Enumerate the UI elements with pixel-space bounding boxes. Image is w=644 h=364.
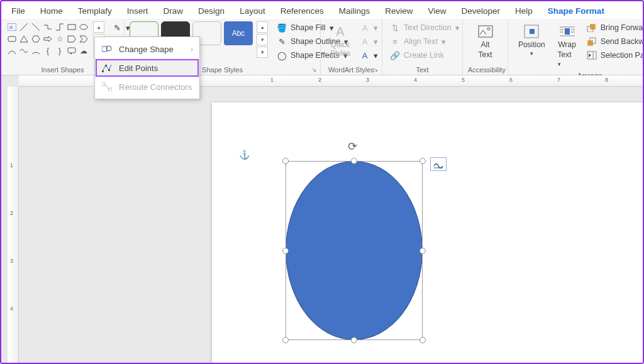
create-link-button: 🔗Create Link — [387, 49, 462, 62]
svg-text:A: A — [9, 25, 13, 30]
alt-text-icon — [477, 24, 494, 39]
tab-view[interactable]: View — [421, 3, 454, 19]
create-link-label: Create Link — [404, 51, 444, 60]
document-workspace[interactable]: 1 2 3 4 ⚓ ⟳ — [1, 87, 643, 363]
ruler-h-tick: 7 — [557, 77, 560, 83]
shape-hexagon-icon[interactable] — [30, 33, 42, 45]
shape-elbow-icon[interactable] — [54, 21, 65, 33]
shape-styles-launcher-icon[interactable]: ↘ — [311, 66, 319, 74]
shape-star-icon[interactable]: ☆ — [54, 33, 65, 45]
wrap-text-label1: Wrap — [558, 40, 575, 49]
svg-marker-40 — [589, 53, 591, 57]
tab-layout[interactable]: Layout — [232, 3, 273, 19]
tab-draw[interactable]: Draw — [156, 3, 191, 19]
selection-bounding-box — [286, 161, 423, 340]
anchor-icon[interactable]: ⚓ — [239, 150, 250, 160]
wrap-text-label2: Text — [558, 50, 572, 59]
text-direction-button: ⇅Text Direction ▾ — [387, 21, 462, 34]
alt-text-button[interactable]: Alt Text — [471, 21, 500, 62]
layout-options-button[interactable] — [430, 157, 447, 171]
position-label: Position — [518, 40, 545, 49]
styles-gallery-up-icon[interactable]: ▴ — [257, 21, 268, 33]
shape-rect-icon[interactable] — [66, 21, 77, 33]
gallery-up-icon[interactable]: ▴ — [93, 21, 104, 33]
bring-forward-icon — [587, 23, 597, 33]
resize-handle-ne[interactable] — [419, 158, 426, 164]
tab-references[interactable]: References — [273, 3, 331, 19]
resize-handle-w[interactable] — [282, 248, 289, 254]
shape-roundrect-icon[interactable] — [6, 33, 18, 45]
selection-pane-icon — [587, 50, 597, 60]
styles-gallery-down-icon[interactable]: ▾ — [257, 34, 268, 45]
tab-home[interactable]: Home — [33, 3, 70, 19]
resize-handle-n[interactable] — [351, 158, 357, 164]
svg-rect-12 — [68, 48, 75, 53]
resize-handle-sw[interactable] — [282, 337, 289, 343]
change-shape-item[interactable]: Change Shape › — [95, 40, 199, 58]
edit-shape-dropdown: Change Shape › Edit Points Reroute Conne… — [94, 36, 200, 99]
shape-bracket2-icon[interactable]: } — [54, 45, 65, 57]
align-text-label: Align Text — [404, 37, 438, 46]
bring-forward-button[interactable]: Bring Forward ▾ — [584, 21, 644, 34]
text-effects-icon: A — [360, 50, 370, 60]
tab-file[interactable]: File — [4, 3, 33, 19]
shape-oval-icon[interactable] — [78, 21, 89, 33]
selection-pane-button[interactable]: Selection Pane — [584, 49, 644, 62]
shape-chevron-icon[interactable] — [78, 33, 89, 45]
wordart-launcher-icon[interactable]: ↘ — [373, 66, 380, 74]
shape-curve-icon[interactable] — [6, 45, 18, 57]
tab-insert[interactable]: Insert — [119, 3, 156, 19]
shape-cloud-icon[interactable]: ☁ — [78, 45, 89, 57]
tab-design[interactable]: Design — [191, 3, 232, 19]
rotate-handle-icon[interactable]: ⟳ — [348, 140, 360, 152]
document-page[interactable] — [212, 102, 644, 364]
group-label-accessibility: Accessibility — [468, 66, 502, 74]
shape-arc-icon[interactable] — [30, 45, 42, 57]
resize-handle-se[interactable] — [419, 337, 426, 343]
position-button[interactable]: Position▾ — [513, 21, 550, 59]
shape-line2-icon[interactable] — [30, 21, 42, 33]
edit-shape-icon: ✎ — [112, 23, 122, 33]
shape-connector-icon[interactable] — [42, 21, 53, 33]
resize-handle-nw[interactable] — [282, 158, 289, 164]
shape-bracket-icon[interactable]: { — [42, 45, 53, 57]
resize-handle-e[interactable] — [419, 248, 426, 254]
svg-marker-13 — [70, 53, 72, 55]
shape-curve2-icon[interactable] — [18, 45, 30, 57]
svg-marker-7 — [20, 36, 28, 42]
tab-templafy[interactable]: Templafy — [70, 3, 119, 19]
resize-handle-s[interactable] — [351, 337, 357, 343]
edit-points-label: Edit Points — [119, 63, 158, 73]
selected-shape[interactable]: ⟳ — [286, 161, 423, 340]
tab-shape-format[interactable]: Shape Format — [540, 3, 612, 19]
shape-line-icon[interactable] — [18, 21, 30, 33]
svg-rect-20 — [108, 69, 110, 71]
styles-gallery-more-icon[interactable]: ▾ — [257, 47, 268, 58]
style-preset-selected[interactable]: Abc — [224, 21, 253, 45]
text-effects-button[interactable]: A▾ — [357, 49, 380, 62]
svg-rect-21 — [102, 82, 105, 85]
edit-points-item[interactable]: Edit Points — [95, 58, 199, 77]
svg-marker-9 — [44, 36, 52, 41]
shape-rightarrow-icon[interactable] — [42, 33, 53, 45]
text-fill-button: A▾ — [357, 21, 380, 34]
shape-textbox-icon[interactable]: A — [6, 21, 18, 33]
tab-review[interactable]: Review — [377, 3, 420, 19]
svg-rect-22 — [109, 88, 112, 91]
send-backward-button[interactable]: Send Backward ▾ — [584, 35, 644, 48]
svg-rect-23 — [479, 26, 492, 37]
wrap-text-button[interactable]: Wrap Text ▾ — [553, 21, 582, 70]
alt-text-label2: Text — [478, 50, 492, 59]
tab-help[interactable]: Help — [508, 3, 540, 19]
tab-developer[interactable]: Developer — [454, 3, 508, 19]
wrap-text-icon — [558, 24, 576, 39]
vertical-ruler[interactable]: 1 2 3 4 — [8, 87, 19, 363]
shape-callout-icon[interactable] — [66, 45, 77, 57]
tab-mailings[interactable]: Mailings — [331, 3, 378, 19]
group-insert-shapes: A ☆ { } ☁ — [1, 19, 125, 75]
shape-triangle-icon[interactable] — [18, 33, 30, 45]
text-outline-icon: A — [360, 36, 370, 47]
edit-points-icon — [101, 62, 113, 74]
shapes-gallery[interactable]: A ☆ { } ☁ — [6, 21, 89, 57]
shape-pentagon-icon[interactable] — [66, 33, 77, 45]
